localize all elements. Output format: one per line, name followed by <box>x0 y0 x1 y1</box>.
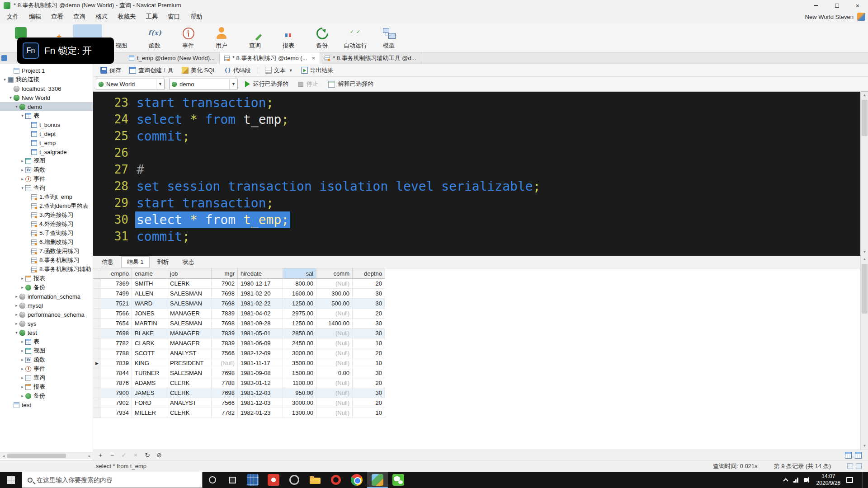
cell[interactable]: KING <box>132 358 167 368</box>
row-selector[interactable] <box>93 408 101 418</box>
column-header-job[interactable]: job <box>167 268 212 279</box>
cell[interactable]: 7876 <box>101 378 132 388</box>
menu-item[interactable]: 格式 <box>90 11 113 23</box>
query-toolbar-textdoc-button[interactable]: 文本▼ <box>261 65 297 76</box>
cell[interactable]: 1981-06-09 <box>238 338 283 348</box>
tree-collapse-icon[interactable]: ▾ <box>14 330 19 335</box>
cell[interactable]: 7698 <box>212 289 238 299</box>
connection-select[interactable]: New World ▼ <box>96 79 165 89</box>
editor-line[interactable]: 26 <box>93 145 860 161</box>
tree-expand-icon[interactable]: ▸ <box>19 357 25 362</box>
cell[interactable]: 1981-09-28 <box>238 319 283 328</box>
cell[interactable]: 7788 <box>101 348 132 358</box>
tree-item[interactable]: localhost_3306 <box>0 84 93 93</box>
cell[interactable]: 7900 <box>101 388 132 398</box>
cell[interactable]: 7369 <box>101 279 132 289</box>
tree-collapse-icon[interactable]: ▾ <box>19 113 25 118</box>
cell[interactable]: WARD <box>132 299 167 309</box>
cell[interactable]: 500.00 <box>316 299 353 309</box>
editor-line[interactable]: 28set session transaction isolation leve… <box>93 178 860 195</box>
cell[interactable]: BLAKE <box>132 328 167 338</box>
scroll-down-icon[interactable]: ▼ <box>861 249 868 256</box>
taskbar-app-security[interactable] <box>263 472 284 488</box>
editor-line[interactable]: 24select * from t_emp; <box>93 111 860 128</box>
tree-item[interactable]: 7.函数使用练习 <box>0 247 93 256</box>
column-header-mgr[interactable]: mgr <box>212 268 238 279</box>
tree-expand-icon[interactable]: ▸ <box>19 177 25 181</box>
cell[interactable]: 7654 <box>101 319 132 328</box>
scrollbar-thumb[interactable] <box>862 100 868 136</box>
cell[interactable]: (Null) <box>316 309 353 319</box>
tree-item[interactable]: ▸performance_schema <box>0 310 93 319</box>
scrollbar-thumb[interactable] <box>862 264 868 314</box>
cell[interactable]: 2850.00 <box>283 328 316 338</box>
taskbar-app-modeler[interactable] <box>242 472 263 488</box>
tree-item[interactable]: ▸sys <box>0 319 93 328</box>
cell[interactable]: 1981-05-01 <box>238 328 283 338</box>
document-tab[interactable]: * 8.事务机制练习 @demo (...× <box>220 52 320 64</box>
cell[interactable]: 7782 <box>212 408 238 418</box>
database-select[interactable]: demo ▼ <box>169 79 238 89</box>
chevron-down-icon[interactable]: ▼ <box>289 68 293 73</box>
tree-item[interactable]: ▸函数 <box>0 165 93 174</box>
status-note-icon[interactable] <box>856 463 862 469</box>
table-row[interactable]: 7499ALLENSALESMAN76981981-02-201600.0030… <box>93 289 385 299</box>
taskbar-app-navicat[interactable] <box>367 472 388 488</box>
stop-button[interactable]: 停止 <box>296 80 321 88</box>
table-row[interactable]: 7876ADAMSCLERK77881983-01-121100.00(Null… <box>93 378 385 388</box>
tree-item[interactable]: ▸视图 <box>0 346 93 355</box>
cell[interactable]: 7499 <box>101 289 132 299</box>
column-header-empno[interactable]: empno <box>101 268 132 279</box>
tree-expand-icon[interactable]: ▸ <box>19 385 25 389</box>
explain-selected-button[interactable]: 解释已选择的 <box>326 80 376 88</box>
tree-expand-icon[interactable]: ▸ <box>19 375 25 380</box>
cell[interactable]: 950.00 <box>283 388 316 398</box>
tree-item[interactable]: t_bonus <box>0 120 93 129</box>
scrollbar-thumb[interactable] <box>7 454 66 458</box>
form-view-icon[interactable] <box>855 452 862 459</box>
row-selector[interactable] <box>93 319 101 328</box>
cortana-button[interactable] <box>203 472 222 488</box>
editor-line[interactable]: 29start transaction; <box>93 195 860 211</box>
toolbar-item-backup[interactable]: 备份 <box>307 24 336 51</box>
scroll-up-icon[interactable]: ▲ <box>861 256 868 263</box>
tree-item[interactable]: ▾查询 <box>0 183 93 192</box>
cell[interactable]: ANALYST <box>167 398 212 408</box>
cell[interactable]: MILLER <box>132 408 167 418</box>
table-row[interactable]: 7369SMITHCLERK79021980-12-17800.00(Null)… <box>93 279 385 289</box>
grid-view-icon[interactable] <box>845 452 852 459</box>
row-selector[interactable] <box>93 299 101 309</box>
table-row[interactable]: 7934MILLERCLERK77821982-01-231300.00(Nul… <box>93 408 385 418</box>
menu-item[interactable]: 查询 <box>68 11 90 23</box>
cell[interactable]: 7839 <box>212 309 238 319</box>
tree-item[interactable]: ▾demo <box>0 102 93 111</box>
tree-expand-icon[interactable]: ▸ <box>19 339 25 344</box>
cell[interactable]: 7698 <box>212 388 238 398</box>
tree-item[interactable]: 5.子查询练习 <box>0 229 93 238</box>
tree-collapse-icon[interactable]: ▾ <box>19 186 25 190</box>
cell[interactable]: 2975.00 <box>283 309 316 319</box>
tree-expand-icon[interactable]: ▸ <box>19 348 25 353</box>
menu-item[interactable]: 工具 <box>141 11 163 23</box>
taskbar-app-opera[interactable] <box>326 472 346 488</box>
current-row-marker[interactable]: ▶ <box>93 358 101 368</box>
taskbar-app-settings[interactable] <box>284 472 305 488</box>
row-selector[interactable] <box>93 279 101 289</box>
table-row[interactable]: 7698BLAKEMANAGER78391981-05-012850.00(Nu… <box>93 328 385 338</box>
cell[interactable]: 20 <box>353 348 385 358</box>
tree-item[interactable]: ▸备份 <box>0 283 93 292</box>
cell[interactable]: 1981-11-17 <box>238 358 283 368</box>
toolbar-item-fx[interactable]: 函数 <box>140 24 169 51</box>
cell[interactable]: 1980-12-17 <box>238 279 283 289</box>
cell[interactable]: ADAMS <box>132 378 167 388</box>
row-selector[interactable] <box>93 378 101 388</box>
cell[interactable]: 1981-04-02 <box>238 309 283 319</box>
tree-expand-icon[interactable]: ▸ <box>19 285 25 290</box>
cell[interactable]: SALESMAN <box>167 289 212 299</box>
tree-item[interactable]: ▸information_schema <box>0 292 93 301</box>
tree-expand-icon[interactable]: ▸ <box>19 276 25 281</box>
cell[interactable]: 7902 <box>101 398 132 408</box>
cell[interactable]: 1983-01-12 <box>238 378 283 388</box>
cell[interactable]: 1600.00 <box>283 289 316 299</box>
tray-expand-icon[interactable] <box>783 478 788 483</box>
